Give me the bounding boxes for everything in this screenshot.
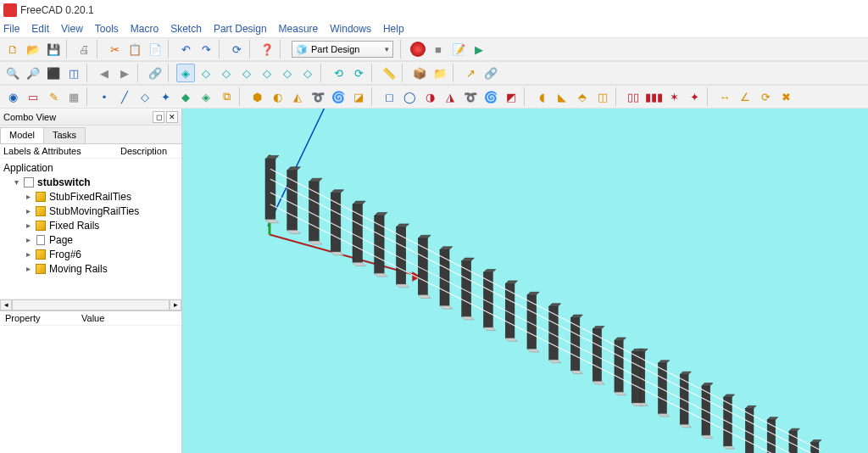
undo-icon[interactable]: ↶	[176, 40, 195, 59]
fit-all-icon[interactable]: 🔍	[3, 64, 22, 82]
tab-model[interactable]: Model	[0, 127, 44, 143]
measure-icon[interactable]: 📏	[380, 64, 398, 82]
revolve-icon[interactable]: ◐	[268, 87, 287, 106]
open-file-icon[interactable]: 📂	[24, 40, 42, 59]
menu-windows[interactable]: Windows	[330, 23, 371, 35]
link-make-icon[interactable]: ↗	[461, 64, 480, 82]
map-sketch-icon[interactable]: ▦	[64, 87, 83, 106]
linear-pattern-icon[interactable]: ▮▮▮	[644, 87, 663, 106]
datum-cs-icon[interactable]: ✦	[156, 87, 175, 106]
combo-float-icon[interactable]: ◻	[153, 111, 164, 123]
pad-icon[interactable]: ⬢	[248, 87, 266, 106]
sub-helix-icon[interactable]: 🌀	[481, 87, 500, 106]
body-icon[interactable]: ◉	[3, 87, 22, 106]
tree-item[interactable]: ▸Moving Rails	[0, 261, 181, 276]
save-icon[interactable]: 💾	[44, 40, 63, 59]
cut-icon[interactable]: ✂	[105, 40, 124, 59]
copy-icon[interactable]: 📋	[125, 40, 144, 59]
draft-icon[interactable]: ⬘	[573, 87, 592, 106]
nav-fwd-icon[interactable]: ▶	[115, 64, 134, 82]
macro-stop-icon[interactable]: ■	[429, 40, 448, 59]
menu-macro[interactable]: Macro	[131, 23, 159, 35]
thickness-icon[interactable]: ◫	[593, 87, 612, 106]
model-tree[interactable]: Application ▾ stubswitch ▸StubFixedRailT…	[0, 159, 181, 299]
fit-selection-icon[interactable]: 🔎	[24, 64, 42, 82]
chamfer-icon[interactable]: ◣	[553, 87, 571, 106]
menu-sketch[interactable]: Sketch	[170, 23, 202, 35]
datum-point-icon[interactable]: •	[95, 87, 114, 106]
menu-part-design[interactable]: Part Design	[214, 23, 267, 35]
menu-view[interactable]: View	[61, 23, 83, 35]
front-view-icon[interactable]: ◇	[197, 64, 215, 82]
rotate-right-icon[interactable]: ⟳	[349, 64, 368, 82]
scroll-left-icon[interactable]: ◂	[0, 299, 12, 310]
tree-root[interactable]: Application	[0, 160, 181, 175]
paste-icon[interactable]: 📄	[146, 40, 164, 59]
groove-icon[interactable]: ◑	[420, 87, 439, 106]
menu-tools[interactable]: Tools	[95, 23, 119, 35]
macro-edit-icon[interactable]: 📝	[449, 40, 468, 59]
iso-view-icon[interactable]: ◈	[176, 64, 195, 82]
print-icon[interactable]: 🖨	[75, 40, 93, 59]
rotate-left-icon[interactable]: ⟲	[329, 64, 348, 82]
tree-scrollbar[interactable]: ◂ ▸	[0, 299, 181, 310]
additive-prim-icon[interactable]: ◪	[349, 87, 368, 106]
tree-item[interactable]: ▸Fixed Rails	[0, 218, 181, 232]
collapse-icon[interactable]: ▾	[12, 177, 20, 187]
mirror-icon[interactable]: ▯▯	[624, 87, 643, 106]
3d-viewport[interactable]	[182, 109, 868, 453]
draw-style-icon[interactable]: ⬛	[44, 64, 63, 82]
expand-icon[interactable]: ▸	[24, 264, 32, 273]
macro-record-icon[interactable]	[409, 40, 427, 59]
part-icon[interactable]: 📦	[410, 64, 429, 82]
tab-tasks[interactable]: Tasks	[43, 127, 86, 143]
macro-run-icon[interactable]: ▶	[470, 40, 488, 59]
property-body[interactable]	[0, 326, 181, 453]
subshapebinder-icon[interactable]: ◈	[197, 87, 215, 106]
loft-icon[interactable]: ◭	[288, 87, 307, 106]
combo-close-icon[interactable]: ✕	[166, 111, 178, 123]
link-icon[interactable]: 🔗	[146, 64, 164, 82]
rear-view-icon[interactable]: ◇	[258, 64, 276, 82]
link-actions-icon[interactable]: 🔗	[481, 64, 500, 82]
group-icon[interactable]: 📁	[431, 64, 449, 82]
measure-linear-icon[interactable]: ↔	[715, 87, 734, 106]
new-file-icon[interactable]: 🗋	[3, 40, 22, 59]
pocket-icon[interactable]: ◻	[380, 87, 398, 106]
expand-icon[interactable]: ▸	[24, 235, 32, 244]
sweep-icon[interactable]: ➰	[309, 87, 327, 106]
edit-sketch-icon[interactable]: ✎	[44, 87, 63, 106]
bottom-view-icon[interactable]: ◇	[278, 64, 297, 82]
left-view-icon[interactable]: ◇	[298, 64, 317, 82]
tree-item[interactable]: ▸StubMovingRailTies	[0, 204, 181, 218]
scroll-right-icon[interactable]: ▸	[170, 299, 181, 310]
multi-transform-icon[interactable]: ✦	[685, 87, 704, 106]
bbox-icon[interactable]: ◫	[64, 64, 83, 82]
refresh-icon[interactable]: ⟳	[227, 40, 246, 59]
sub-sweep-icon[interactable]: ➰	[461, 87, 480, 106]
right-view-icon[interactable]: ◇	[237, 64, 256, 82]
sketch-icon[interactable]: ▭	[24, 87, 42, 106]
tree-item[interactable]: ▸Page	[0, 232, 181, 247]
top-view-icon[interactable]: ◇	[217, 64, 236, 82]
redo-icon[interactable]: ↷	[197, 40, 215, 59]
hole-icon[interactable]: ◯	[400, 87, 419, 106]
whatsthis-icon[interactable]: ❓	[258, 40, 276, 59]
fillet-icon[interactable]: ◖	[532, 87, 551, 106]
menu-measure[interactable]: Measure	[279, 23, 319, 35]
measure-clear-icon[interactable]: ✖	[776, 87, 795, 106]
measure-refresh-icon[interactable]: ⟳	[756, 87, 775, 106]
tree-doc[interactable]: ▾ stubswitch	[0, 175, 181, 189]
helix-icon[interactable]: 🌀	[329, 87, 348, 106]
scroll-track[interactable]	[12, 299, 170, 310]
menu-file[interactable]: File	[3, 23, 19, 35]
expand-icon[interactable]: ▸	[24, 206, 32, 215]
expand-icon[interactable]: ▸	[24, 221, 32, 230]
tree-item[interactable]: ▸StubFixedRailTies	[0, 189, 181, 204]
sub-loft-icon[interactable]: ◮	[441, 87, 459, 106]
datum-plane-icon[interactable]: ◇	[136, 87, 154, 106]
measure-angular-icon[interactable]: ∠	[736, 87, 754, 106]
nav-back-icon[interactable]: ◀	[95, 64, 114, 82]
polar-pattern-icon[interactable]: ✶	[665, 87, 683, 106]
shapebinder-icon[interactable]: ◆	[176, 87, 195, 106]
